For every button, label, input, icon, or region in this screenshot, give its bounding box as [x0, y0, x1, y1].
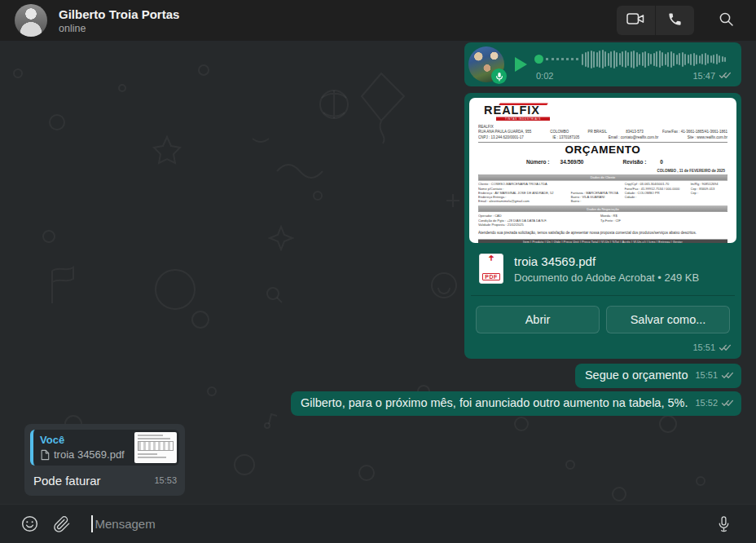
message-time: 15:51 — [695, 368, 718, 383]
smiley-icon — [20, 514, 39, 533]
message-text: Gilberto, para o próximo mês, foi anunci… — [301, 395, 688, 411]
attach-button[interactable] — [46, 508, 78, 541]
audio-info-row: 0:02 15:47 — [534, 71, 732, 81]
whatsapp-chat-window: Gilberto Troia Portas online — [0, 0, 756, 543]
doc-title: ORÇAMENTO — [478, 143, 727, 157]
quoted-message[interactable]: Você troia 34569.pdf — [30, 430, 179, 466]
negotiation-grid: Operador : CADCondição de Pgto : +28 DIA… — [478, 214, 727, 227]
doc-cnpj: CNPJ : 13.244.620/0001-17 — [478, 135, 524, 140]
voice-sender-avatar[interactable] — [468, 46, 504, 82]
quote-document-thumbnail — [134, 432, 177, 463]
call-buttons-group — [617, 6, 694, 35]
section-dados-negociacao: Dados da Negociação — [478, 205, 727, 212]
message-composer: Mensagem — [0, 504, 756, 543]
doc-country: PR BRASIL — [588, 130, 608, 135]
message-meta: 15:47 — [692, 71, 732, 81]
message-text: Segue o orçamento — [585, 368, 688, 383]
file-meta: Documento do Adobe Acrobat • 249 KB — [514, 272, 699, 284]
numero-value: 34.569/50 — [560, 159, 584, 166]
search-button[interactable] — [714, 8, 738, 33]
quote-body: Você troia 34569.pdf — [33, 430, 133, 466]
client-col-4: Im/Rg : 908512694Cep : 83409-013Cep : — [691, 183, 728, 204]
double-check-icon — [719, 71, 732, 80]
contact-avatar[interactable] — [15, 4, 47, 37]
double-check-icon — [721, 371, 734, 380]
microphone-icon — [715, 515, 732, 533]
dotted-progress-line — [546, 58, 578, 60]
file-info-row[interactable]: ꜛ PDF troia 34569.pdf Documento do Adobe… — [469, 243, 736, 295]
video-camera-icon — [626, 11, 645, 29]
input-placeholder: Mensagem — [95, 517, 156, 531]
document-preview[interactable]: REALFIX TINTAS INDUSTRIAIS REALFIX RUA A… — [469, 98, 736, 243]
message-text: Pode faturar — [33, 473, 101, 488]
text-message-bubble[interactable]: Segue o orçamento 15:51 — [575, 364, 741, 388]
voice-call-button[interactable] — [656, 6, 694, 35]
message-meta: 15:51 — [695, 368, 734, 383]
doc-number-row: Número : 34.569/50 Revisão : 0 — [526, 159, 727, 166]
text-cursor — [91, 515, 93, 532]
quote-file-row: troia 34569.pdf — [40, 448, 130, 461]
doc-city-date: COLOMBO , 11 de FEVEREIRO de 2025 — [478, 169, 727, 173]
contact-name: Gilberto Troia Portas — [59, 7, 179, 21]
negotiation-col-2: Moeda : R$Tp.Frete : CIF — [600, 214, 727, 227]
voice-message-bubble: 0:02 15:47 — [464, 42, 741, 86]
save-as-button[interactable]: Salvar como... — [606, 306, 730, 333]
realfix-logo: REALFIX TINTAS INDUSTRIAIS — [484, 103, 561, 124]
doc-note: Atendendo sua prezada solicitação, temos… — [478, 231, 727, 235]
incoming-message-bubble[interactable]: Você troia 34569.pdf — [24, 424, 185, 496]
double-check-icon — [719, 343, 732, 352]
open-button[interactable]: Abrir — [476, 306, 600, 333]
document-message-bubble: REALFIX TINTAS INDUSTRIAIS REALFIX RUA A… — [464, 93, 741, 359]
header-actions — [617, 6, 738, 35]
chat-area: 0:02 15:47 — [0, 41, 756, 504]
doc-ie: IE : 1370187105 — [552, 135, 579, 140]
client-col-2: Fantasia : MARCENARIA TROIABairro : VILA… — [571, 191, 620, 204]
playhead-dot[interactable] — [534, 55, 543, 64]
voice-record-button[interactable] — [707, 508, 740, 541]
mic-badge-icon — [491, 68, 507, 84]
message-meta: 15:51 — [469, 337, 736, 355]
doc-items-table-header: Item | Produto | Un | Qtde | Preço Unit … — [478, 239, 727, 243]
section-dados-cliente: Dados do Cliente — [478, 174, 727, 181]
quote-author: Você — [40, 434, 130, 446]
client-grid: Cliente : COSESO-MARCENARIA TROIA LTDANo… — [478, 183, 727, 204]
file-page-icon — [40, 449, 50, 461]
numero-label: Número : — [526, 159, 550, 166]
logo-subtitle-bar: TINTAS INDUSTRIAIS — [496, 117, 550, 121]
message-time: 15:51 — [692, 342, 715, 352]
audio-duration: 0:02 — [536, 71, 553, 81]
audio-track: 0:02 15:47 — [534, 49, 732, 81]
revisao-value: 0 — [660, 159, 663, 166]
negotiation-col-1: Operador : CADCondição de Pgto : +28 DIA… — [478, 214, 600, 227]
message-time: 15:53 — [154, 473, 177, 488]
client-col-1: Cliente : COSESO-MARCENARIA TROIA LTDANo… — [478, 183, 566, 204]
video-call-button[interactable] — [617, 6, 655, 35]
contact-info[interactable]: Gilberto Troia Portas online — [59, 7, 179, 34]
contact-status: online — [59, 23, 179, 34]
double-check-icon — [721, 399, 734, 408]
doc-site: Site : www.realfix.com.br — [688, 135, 727, 140]
emoji-button[interactable] — [13, 508, 46, 541]
phone-icon — [667, 11, 683, 30]
file-info: troia 34569.pdf Documento do Adobe Acrob… — [514, 254, 699, 284]
logo-red-stripe — [499, 104, 547, 106]
message-time: 15:52 — [695, 395, 718, 411]
text-message-bubble[interactable]: Gilberto, para o próximo mês, foi anunci… — [291, 391, 741, 416]
quote-filename: troia 34569.pdf — [54, 448, 125, 461]
chat-header: Gilberto Troia Portas online — [0, 0, 756, 41]
message-time: 15:47 — [692, 71, 715, 81]
search-icon — [719, 11, 734, 30]
paperclip-icon — [53, 515, 71, 533]
audio-scrubber[interactable] — [534, 49, 732, 70]
document-page: REALFIX TINTAS INDUSTRIAIS REALFIX RUA A… — [469, 98, 736, 243]
doc-cnpj-row: CNPJ : 13.244.620/0001-17 IE : 137018710… — [478, 135, 727, 140]
client-col-3: Cnpj/Cpf : 03.065.304/0001-70Fone/Fax : … — [625, 183, 686, 204]
play-button[interactable] — [515, 57, 527, 72]
message-input[interactable]: Mensagem — [91, 505, 707, 543]
file-name: troia 34569.pdf — [514, 254, 699, 268]
document-buttons: Abrir Salvar como... — [469, 296, 736, 337]
doc-rule — [478, 142, 727, 143]
pdf-icon: ꜛ PDF — [479, 254, 503, 284]
message-list: 0:02 15:47 — [0, 41, 756, 504]
voice-waveform — [582, 49, 732, 70]
